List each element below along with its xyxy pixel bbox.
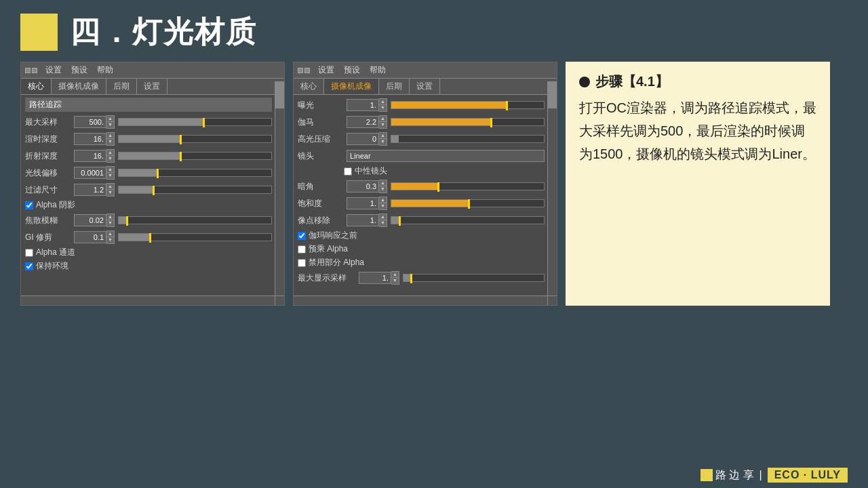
spinner-render-depth[interactable]: ▲ ▼	[106, 132, 115, 146]
value-render-depth[interactable]	[74, 133, 106, 145]
slider-highlight[interactable]	[391, 135, 545, 143]
chk-neutral-lens[interactable]	[344, 167, 352, 176]
input-filter-size[interactable]: ▲ ▼	[74, 183, 115, 197]
spin-up[interactable]: ▲	[106, 133, 114, 139]
value-caustic-blur[interactable]	[74, 214, 106, 226]
input-hotpixel[interactable]: ▲ ▼	[347, 214, 387, 227]
slider-gi-clip[interactable]	[118, 233, 272, 241]
spin-up[interactable]: ▲	[106, 116, 114, 122]
tab-settings-left[interactable]: 设置	[137, 79, 167, 94]
spin-up[interactable]: ▲	[379, 99, 387, 105]
input-render-depth[interactable]: ▲ ▼	[74, 132, 115, 146]
spinner-filter-size[interactable]: ▲ ▼	[106, 183, 115, 197]
slider-exposure[interactable]	[391, 101, 545, 109]
left-menu-presets[interactable]: 预设	[67, 64, 92, 77]
spinner-gamma[interactable]: ▲ ▼	[379, 115, 387, 129]
spin-down[interactable]: ▼	[106, 173, 114, 179]
chk-premult-alpha[interactable]	[298, 245, 306, 253]
scrollbar-thumb-right[interactable]	[548, 81, 557, 108]
spin-down[interactable]: ▼	[106, 237, 114, 243]
input-gi-clip[interactable]: ▲ ▼	[74, 230, 115, 244]
value-highlight[interactable]	[347, 133, 379, 145]
right-panel-hscrollbar[interactable]	[294, 296, 547, 305]
input-ray-offset[interactable]: ▲ ▼	[74, 166, 115, 180]
spinner-highlight[interactable]: ▲ ▼	[379, 132, 387, 146]
slider-caustic-blur[interactable]	[118, 216, 272, 224]
checkbox-alpha-shadow[interactable]: Alpha 阴影	[25, 199, 272, 211]
value-exposure[interactable]	[347, 99, 379, 111]
spinner-refract-depth[interactable]: ▲ ▼	[106, 149, 115, 163]
spin-up[interactable]: ▲	[379, 214, 387, 220]
slider-vignette[interactable]	[391, 182, 545, 190]
left-panel-scrollbar[interactable]	[275, 81, 284, 296]
spin-down[interactable]: ▼	[379, 139, 387, 145]
value-saturation[interactable]	[347, 197, 379, 209]
spin-up[interactable]: ▲	[106, 167, 114, 173]
slider-max-samples[interactable]	[118, 118, 272, 126]
tab-post-right[interactable]: 后期	[379, 79, 410, 94]
checkbox-premult-alpha[interactable]: 预乘 Alpha	[298, 243, 545, 255]
spin-down[interactable]: ▼	[106, 139, 114, 145]
slider-gamma[interactable]	[391, 118, 545, 126]
input-gamma[interactable]: ▲ ▼	[347, 115, 387, 129]
spin-down[interactable]: ▼	[106, 220, 114, 226]
input-highlight[interactable]: ▲ ▼	[347, 132, 387, 146]
left-panel-hscrollbar[interactable]	[21, 296, 275, 305]
spin-up[interactable]: ▲	[106, 214, 114, 220]
chk-keep-env[interactable]	[25, 262, 33, 270]
value-max-display[interactable]	[359, 272, 391, 284]
checkbox-neutral-lens[interactable]: 中性镜头	[298, 165, 545, 177]
input-saturation[interactable]: ▲ ▼	[347, 197, 387, 210]
tab-camera-right[interactable]: 摄像机成像	[324, 79, 379, 94]
slider-filter-size[interactable]	[118, 186, 272, 194]
spin-down[interactable]: ▼	[379, 122, 387, 128]
spin-up[interactable]: ▲	[106, 231, 114, 237]
spin-down[interactable]: ▼	[106, 190, 114, 196]
left-menu-help[interactable]: 帮助	[93, 64, 117, 77]
tab-core-left[interactable]: 核心	[21, 79, 52, 94]
spin-up[interactable]: ▲	[106, 150, 114, 156]
spinner-max-samples[interactable]: ▲ ▼	[106, 115, 115, 129]
spinner-exposure[interactable]: ▲ ▼	[379, 98, 387, 112]
spinner-hotpixel[interactable]: ▲ ▼	[379, 214, 387, 227]
checkbox-disable-partial-alpha[interactable]: 禁用部分 Alpha	[298, 257, 545, 268]
spin-up[interactable]: ▲	[106, 184, 114, 190]
spinner-vignette[interactable]: ▲ ▼	[379, 180, 387, 193]
spinner-max-display[interactable]: ▲ ▼	[391, 271, 399, 285]
input-max-samples[interactable]: ▲ ▼	[74, 115, 115, 129]
spin-up[interactable]: ▲	[379, 133, 387, 139]
spin-down[interactable]: ▼	[391, 278, 399, 284]
slider-refract-depth[interactable]	[118, 152, 272, 160]
checkbox-keep-env[interactable]: 保持环境	[25, 260, 272, 272]
right-panel-scrollbar[interactable]	[547, 81, 557, 296]
spin-up[interactable]: ▲	[379, 197, 387, 203]
value-lens[interactable]	[347, 150, 545, 162]
input-max-display[interactable]: ▲ ▼	[359, 271, 399, 285]
left-menu-settings[interactable]: 设置	[41, 64, 66, 77]
spin-up[interactable]: ▲	[391, 272, 399, 278]
input-vignette[interactable]: ▲ ▼	[347, 180, 387, 193]
right-menu-help[interactable]: 帮助	[366, 64, 390, 77]
tab-settings-right[interactable]: 设置	[410, 79, 440, 94]
tab-post-left[interactable]: 后期	[106, 79, 137, 94]
slider-ray-offset[interactable]	[118, 169, 272, 177]
value-vignette[interactable]	[347, 180, 379, 192]
spin-up[interactable]: ▲	[379, 116, 387, 122]
spinner-saturation[interactable]: ▲ ▼	[379, 197, 387, 210]
input-exposure[interactable]: ▲ ▼	[347, 98, 387, 112]
slider-max-display[interactable]	[403, 274, 545, 282]
scrollbar-thumb[interactable]	[275, 81, 284, 108]
value-gamma[interactable]	[347, 116, 379, 128]
value-gi-clip[interactable]	[74, 231, 106, 243]
checkbox-gamma-pre[interactable]: 伽玛响应之前	[298, 230, 545, 241]
right-menu-presets[interactable]: 预设	[340, 64, 364, 77]
spin-down[interactable]: ▼	[106, 156, 114, 162]
spin-down[interactable]: ▼	[379, 220, 387, 226]
slider-saturation[interactable]	[391, 199, 545, 207]
value-max-samples[interactable]	[74, 116, 106, 128]
value-refract-depth[interactable]	[74, 150, 106, 162]
tab-camera-left[interactable]: 摄像机成像	[52, 79, 106, 94]
value-filter-size[interactable]	[74, 184, 106, 196]
spin-down[interactable]: ▼	[106, 122, 114, 128]
checkbox-alpha-channel[interactable]: Alpha 通道	[25, 247, 272, 258]
